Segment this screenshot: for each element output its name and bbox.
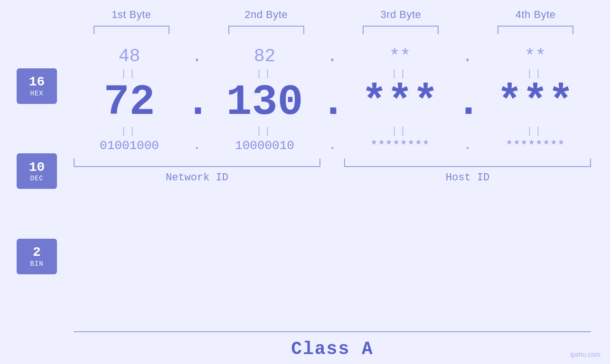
dec-b1: 72 [74,81,185,124]
bin-b1: 01001000 [74,139,185,153]
byte2-label: 2nd Byte [244,9,288,21]
net-bracket-right [209,159,320,167]
labels-row: Network ID Host ID [74,172,591,184]
byte1-bracket-top [94,26,169,34]
hex-dot2: . [320,46,344,66]
bin-label: BIN [30,260,43,268]
sep-row-2: || || || || [74,126,591,137]
bin-badge: 2 BIN [17,239,57,274]
class-row: Class A [74,331,591,364]
bin-b3: ******** [344,139,456,153]
sep2-b3: || [344,126,456,137]
hex-b4: ** [479,46,591,66]
bytes-area: 48 . 82 . ** . ** || || || || 72 [74,39,591,327]
byte3-label: 3rd Byte [380,9,421,21]
hex-label: HEX [30,90,43,97]
dec-b4: *** [479,81,591,124]
hex-dot3: . [456,46,479,66]
byte4-col-header: 4th Byte [480,9,591,34]
net-bracket-mid [185,159,209,167]
content-area: 16 HEX 10 DEC 2 BIN 48 . 82 . ** . ** [0,39,610,327]
net-bracket-left [74,159,185,167]
bracket-bottom-row [74,159,591,167]
sep1-b1: || [74,68,185,79]
dec-row: 72 . 130 . *** . *** [74,81,591,124]
sep1-b4: || [479,68,591,79]
byte1-col-header: 1st Byte [76,9,187,34]
hex-number: 16 [29,75,45,90]
bin-dot2: . [320,139,344,153]
sep1-b3: || [344,68,456,79]
bin-number: 2 [33,245,41,260]
host-bracket-right [479,159,591,167]
bin-row: 01001000 . 10000010 . ******** . *******… [74,139,591,153]
dec-b3: *** [344,81,456,124]
dec-dot3: . [456,81,479,124]
header-row: 1st Byte 2nd Byte 3rd Byte 4th Byte [0,0,610,34]
main-container: 1st Byte 2nd Byte 3rd Byte 4th Byte 16 H… [0,0,610,364]
host-bracket-mid [456,159,479,167]
hex-dot1: . [185,46,209,66]
host-bracket-left [344,159,456,167]
network-id-label: Network ID [74,172,320,184]
hex-badge: 16 HEX [17,68,57,104]
byte4-bracket-top [497,26,573,34]
hex-row: 48 . 82 . ** . ** [74,46,591,66]
host-id-label: Host ID [344,172,591,184]
byte3-bracket-top [363,26,439,34]
byte1-label: 1st Byte [112,9,151,21]
dec-label: DEC [30,175,43,182]
dec-number: 10 [29,160,45,175]
hex-b2: 82 [209,46,320,66]
bin-dot3: . [456,139,479,153]
bin-dot1: . [185,139,209,153]
bin-b2: 10000010 [209,139,320,153]
byte3-col-header: 3rd Byte [346,9,457,34]
watermark: ipshu.com [570,351,601,358]
class-label: Class A [291,339,374,359]
hex-b1: 48 [74,46,185,66]
sep2-b1: || [74,126,185,137]
dec-b2: 130 [209,81,320,124]
dec-badge: 10 DEC [17,153,57,189]
dec-dot1: . [185,81,209,124]
hex-b3: ** [344,46,456,66]
byte4-label: 4th Byte [516,9,556,21]
byte2-bracket-top [228,26,304,34]
bin-b4: ******** [479,139,591,153]
byte2-col-header: 2nd Byte [211,9,322,34]
sep1-b2: || [209,68,320,79]
sep-row-1: || || || || [74,68,591,79]
sep2-b4: || [479,126,591,137]
base-labels-col: 16 HEX 10 DEC 2 BIN [17,39,74,327]
bottom-brackets: Network ID Host ID [74,159,591,184]
dec-dot2: . [320,81,344,124]
sep2-b2: || [209,126,320,137]
